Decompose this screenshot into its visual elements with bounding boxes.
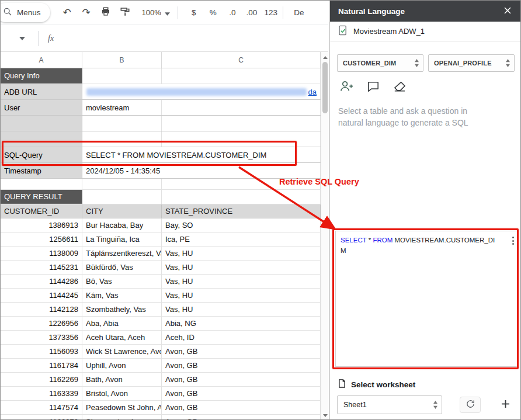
table-cell[interactable]: 1138009 [1,247,82,260]
table-cell[interactable]: Avon, GB [162,387,321,400]
print-button[interactable] [98,5,113,21]
cell[interactable] [82,190,162,204]
font-select[interactable]: De [291,5,307,21]
worksheet-select[interactable]: Sheet1 [337,395,442,414]
sql-query-label-cell[interactable]: SQL-Query [1,147,82,162]
table-cell[interactable]: 1144286 [1,275,82,288]
table-cell[interactable]: Uphill, Avon [82,359,162,372]
table-cell[interactable]: Shoscombe, Avon [82,415,162,420]
table-cell[interactable]: Bristol, Avon [82,387,162,400]
table-cell[interactable]: Wick St Lawrence, Avon [82,345,162,358]
redo-button[interactable]: ↷ [79,5,94,21]
query-info-cell[interactable]: Query Info [1,68,82,84]
table-cell[interactable]: Vas, HU [162,247,321,260]
cell[interactable] [1,179,82,189]
cell[interactable] [162,179,321,189]
scrollbar-thumb[interactable] [322,62,328,113]
table-cell[interactable]: Vas, HU [162,275,321,288]
timestamp-value-cell[interactable]: 2024/12/05 - 14:35:45 [82,163,321,178]
table-cell[interactable]: 1163339 [1,387,82,400]
table-cell[interactable]: La Tinguiña, Ica [82,232,162,246]
table-cell[interactable]: Táplánszentkereszt, Vas [82,247,162,260]
undo-button[interactable]: ↶ [60,5,75,21]
table-cell[interactable]: Ica, PE [162,232,321,246]
redacted-url-link[interactable] [86,88,307,96]
table-cell[interactable]: Vas, HU [162,289,321,302]
sql-query-value-cell[interactable]: SELECT * FROM MOVIESTREAM.CUSTOMER_DIM [82,147,321,162]
table-cell[interactable]: Peasedown St John, Avon [82,401,162,414]
table-select[interactable]: CUSTOMER_DIM [337,54,423,72]
cell[interactable] [162,116,321,131]
adb-url-value-cell[interactable]: da [82,84,321,99]
query-result-title-cell[interactable]: QUERY RESULT [1,190,82,204]
cell[interactable] [82,68,162,84]
table-cell[interactable]: Bay, SO [162,218,321,232]
table-cell[interactable]: Avon, GB [162,345,321,358]
table-cell[interactable]: Szombathely, Vas [82,303,162,316]
close-panel-button[interactable] [502,5,513,18]
table-cell[interactable]: Bô, Vas [82,275,162,288]
add-worksheet-button[interactable] [497,397,513,413]
format-currency-button[interactable]: $ [186,5,202,21]
cell[interactable] [82,116,162,131]
number-format-button[interactable]: 123 [263,5,279,21]
header-customer-id[interactable]: CUSTOMER_ID [1,204,82,218]
add-user-button[interactable] [338,79,355,96]
table-cell[interactable]: Avon, GB [162,359,321,372]
cell[interactable] [162,68,321,84]
cell[interactable] [162,190,321,204]
refresh-button[interactable] [460,397,481,413]
table-cell[interactable]: 1162970 [1,415,82,420]
name-box-dropdown[interactable] [19,37,25,40]
profile-select[interactable]: OPENAI_PROFILE [428,54,515,72]
cell[interactable] [162,131,321,147]
table-cell[interactable]: Vas, HU [162,261,321,274]
decrease-decimal-button[interactable]: .0 [225,5,240,21]
timestamp-label-cell[interactable]: Timestamp [1,163,82,178]
table-cell[interactable]: Avon, GB [162,401,321,414]
zoom-select[interactable]: 100% [138,5,173,21]
scroll-up-button[interactable] [321,53,329,61]
cell[interactable] [82,131,162,147]
format-percent-button[interactable]: % [206,5,221,21]
header-state-province[interactable]: STATE_PROVINCE [162,204,321,218]
table-cell[interactable]: Avon, GB [162,373,321,386]
chat-button[interactable] [366,79,381,96]
paint-format-button[interactable] [117,5,133,21]
table-cell[interactable]: 1142128 [1,303,82,316]
increase-decimal-button[interactable]: .00 [244,5,259,21]
table-cell[interactable]: Avon, GB [162,415,321,420]
table-cell[interactable]: 1156093 [1,345,82,358]
url-link-tail[interactable]: da [308,88,317,96]
header-city[interactable]: CITY [82,204,162,218]
column-header-b[interactable]: B [82,52,162,68]
table-cell[interactable]: Aceh, ID [162,331,321,344]
user-label-cell[interactable]: User [1,100,82,115]
table-cell[interactable]: Abia, NG [162,317,321,330]
table-cell[interactable]: Kám, Vas [82,289,162,302]
table-cell[interactable]: 1226956 [1,317,82,330]
column-header-c[interactable]: C [162,52,321,68]
table-cell[interactable]: 1373356 [1,331,82,344]
column-header-a[interactable]: A [1,52,82,68]
cell[interactable] [82,179,162,189]
vertical-scrollbar[interactable] [321,52,328,420]
table-cell[interactable]: Vas, HU [162,303,321,316]
table-cell[interactable]: 1147574 [1,401,82,414]
menus-button[interactable]: Menus [1,3,50,22]
table-cell[interactable]: 1256611 [1,232,82,246]
scroll-down-button[interactable] [321,411,329,419]
table-cell[interactable]: Bükfürdő, Vas [82,261,162,274]
table-cell[interactable]: Bath, Avon [82,373,162,386]
table-cell[interactable]: 1145231 [1,261,82,274]
cell[interactable] [162,100,321,115]
table-cell[interactable]: 1386913 [1,218,82,232]
table-cell[interactable]: Bur Hacaba, Bay [82,218,162,232]
adb-url-label-cell[interactable]: ADB URL [1,84,82,99]
sql-output-textarea[interactable]: SELECT * FROM MOVIESTREAM.CUSTOMER_DIM [335,231,518,367]
table-cell[interactable]: Aceh Utara, Aceh [82,331,162,344]
overflow-menu-button[interactable] [511,235,515,246]
table-cell[interactable]: 1161784 [1,359,82,372]
table-cell[interactable]: 1144245 [1,289,82,302]
cell[interactable] [1,116,82,131]
